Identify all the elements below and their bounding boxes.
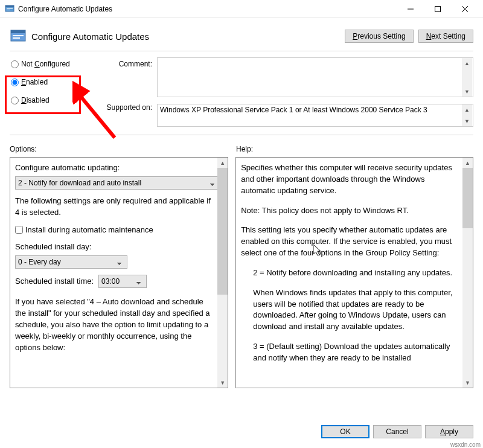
supported-on-text: Windows XP Professional Service Pack 1 o… <box>157 104 473 127</box>
previous-setting-button[interactable]: Previous Setting <box>345 30 413 43</box>
maximize-button[interactable] <box>424 0 451 18</box>
configure-updating-label: Configure automatic updating: <box>15 162 214 174</box>
scroll-up-icon: ▲ <box>462 104 472 115</box>
help-text: Note: This policy does not apply to Wind… <box>241 205 459 217</box>
divider <box>10 51 473 51</box>
help-text: 2 = Notify before downloading and instal… <box>241 267 459 279</box>
svg-rect-2 <box>7 8 13 9</box>
scroll-thumb[interactable] <box>462 168 473 228</box>
label-not-configured: Not Configured <box>21 60 70 68</box>
divider <box>10 135 473 135</box>
comment-input[interactable] <box>157 57 473 97</box>
configure-updating-select[interactable]: 2 - Notify for download and auto install <box>15 176 220 190</box>
scroll-down-icon: ▼ <box>462 377 473 388</box>
options-panel: Configure automatic updating: 2 - Notify… <box>10 157 228 388</box>
supported-label: Supported on: <box>93 103 157 112</box>
install-maintenance-label: Install during automatic maintenance <box>25 225 153 236</box>
help-text: Specifies whether this computer will rec… <box>241 162 459 197</box>
options-note: The following settings are only required… <box>15 196 214 219</box>
options-scrollbar[interactable]: ▲ ▼ <box>217 158 228 388</box>
help-text: 3 = (Default setting) Download the updat… <box>241 341 459 364</box>
comment-label: Comment: <box>93 60 157 68</box>
window-title: Configure Automatic Updates <box>18 5 397 13</box>
close-button[interactable] <box>451 0 478 18</box>
scroll-up-icon: ▲ <box>217 158 228 168</box>
apply-button[interactable]: Apply <box>425 425 473 438</box>
next-setting-button[interactable]: Next Setting <box>418 30 473 43</box>
radio-not-configured[interactable] <box>11 60 19 68</box>
help-label: Help: <box>236 145 253 153</box>
scroll-up-icon: ▲ <box>462 58 472 68</box>
help-text: This setting lets you specify whether au… <box>241 225 459 259</box>
options-long-note: If you have selected "4 – Auto download … <box>15 296 214 353</box>
minimize-button[interactable] <box>397 0 424 18</box>
scroll-up-icon: ▲ <box>462 158 473 168</box>
app-icon <box>5 4 14 14</box>
install-maintenance-checkbox[interactable] <box>15 226 23 234</box>
label-disabled: Disabled <box>21 96 50 104</box>
help-text: When Windows finds updates that apply to… <box>241 287 459 333</box>
watermark: wsxdn.com <box>450 441 481 448</box>
scroll-down-icon: ▼ <box>217 377 228 388</box>
help-scrollbar[interactable]: ▲ ▼ <box>462 158 473 388</box>
install-day-select[interactable]: 0 - Every day <box>15 255 127 269</box>
svg-rect-5 <box>435 6 440 11</box>
install-time-label: Scheduled install time: <box>15 276 94 287</box>
svg-rect-3 <box>7 10 10 10</box>
install-day-label: Scheduled install day: <box>15 242 214 253</box>
ok-button[interactable]: OK <box>321 425 369 438</box>
options-label: Options: <box>10 145 236 153</box>
label-enabled: Enabled <box>21 78 48 86</box>
cancel-button[interactable]: Cancel <box>373 425 421 438</box>
help-panel: Specifies whether this computer will rec… <box>235 157 473 388</box>
policy-icon <box>10 28 27 45</box>
svg-rect-11 <box>13 37 20 39</box>
install-time-select[interactable]: 03:00 <box>98 275 147 288</box>
page-title: Configure Automatic Updates <box>31 31 149 42</box>
radio-enabled[interactable] <box>11 78 19 86</box>
scroll-down-icon: ▼ <box>462 86 472 97</box>
radio-disabled[interactable] <box>11 97 19 104</box>
scroll-thumb[interactable] <box>217 168 228 295</box>
svg-rect-10 <box>13 35 24 36</box>
svg-rect-9 <box>11 30 25 33</box>
svg-rect-1 <box>5 5 14 7</box>
state-radios: Not Configured Enabled Disabled <box>10 57 93 104</box>
title-bar: Configure Automatic Updates <box>0 0 483 18</box>
scroll-down-icon: ▼ <box>462 116 472 126</box>
